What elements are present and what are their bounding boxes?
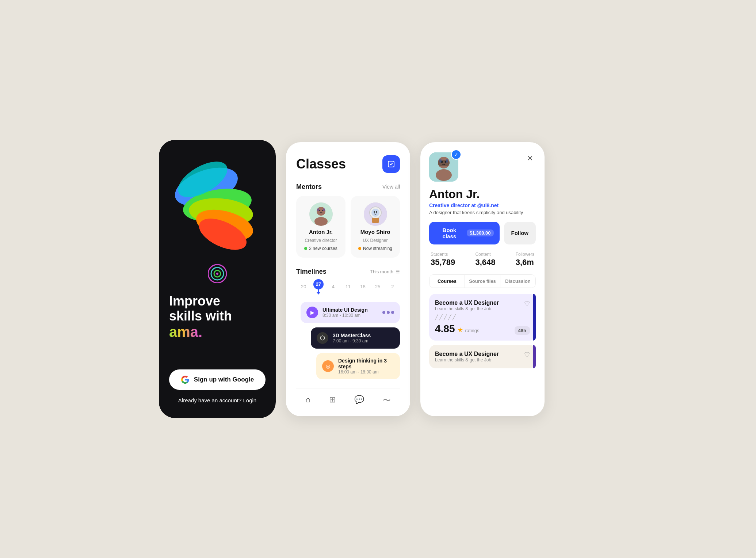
event-3-time: 16:00 am - 18:00 am	[338, 369, 394, 375]
mentor-avatar-1	[309, 202, 333, 226]
timeline-event-2[interactable]: ⬡ 3D MasterClass 7:00 am - 9:30 am	[311, 327, 400, 349]
course-1-header: Become a UX Designer Learn the skills & …	[435, 300, 530, 311]
nav-calendar[interactable]: ⊞	[329, 395, 336, 406]
phone-onboarding: Improve skills with ama. Sign up with Go…	[159, 140, 276, 418]
mentor-card-2[interactable]: Moyo Shiro UX Designer Now streaming	[351, 196, 400, 258]
timeline-event-1[interactable]: ▶ Ultimate UI Design 8:30 am - 10:30 am	[301, 302, 400, 323]
book-price: $1,300.00	[467, 229, 494, 236]
timeline-event-3[interactable]: ◎ Design thinking in 3 steps 16:00 am - …	[316, 353, 400, 379]
date-11: 11	[341, 284, 356, 289]
stat-followers-value: 3,6m	[516, 258, 534, 267]
event-1-dots	[382, 311, 394, 314]
nav-chat[interactable]: 💬	[354, 395, 364, 406]
date-27-active[interactable]: 27	[311, 279, 326, 295]
follow-button[interactable]: Follow	[504, 222, 536, 244]
status-dot-green	[304, 247, 307, 250]
profile-description: A designer that keens simplicity and usa…	[429, 210, 536, 215]
course-1-sub: Learn the skills & get the Job	[435, 306, 499, 311]
date-20: 20	[296, 284, 311, 289]
event-2-time: 7:00 am - 9:30 am	[333, 338, 394, 343]
profile-name: Anton Jr.	[429, 187, 536, 201]
mentor-2-name: Moyo Shiro	[360, 229, 390, 235]
date-25: 25	[370, 284, 385, 289]
mentors-section-header: Mentors View all	[296, 183, 400, 191]
event-1-name: Ultimate UI Design	[322, 307, 378, 313]
stat-content-value: 3,648	[475, 258, 495, 267]
star-icon: ★	[457, 326, 463, 334]
course-1-text: Become a UX Designer Learn the skills & …	[435, 300, 499, 311]
mentor-2-role: UX Designer	[363, 238, 387, 243]
role-handle: @ui8.net	[477, 202, 499, 208]
timeline-dates: 20 27 4 11 18 25 2	[296, 279, 400, 297]
stat-followers: Followers 3,6m	[516, 252, 534, 267]
view-all-link[interactable]: View all	[382, 184, 400, 190]
mentor-1-status: 2 new courses	[304, 246, 337, 251]
course-1-rating-row: 4.85 ★ ratings 48h	[435, 323, 530, 335]
event-2-icon: ⬡	[317, 332, 328, 344]
course-card-2[interactable]: Become a UX Designer Learn the skills & …	[429, 345, 536, 368]
course-1-rating: 4.85	[435, 323, 455, 335]
timelines-section: Timelines This month ☰ 20 27 4 11 18 25 …	[296, 268, 400, 381]
mentor-avatar-2	[364, 202, 387, 226]
svg-point-12	[317, 207, 325, 216]
tab-discussion[interactable]: Discussion	[500, 275, 535, 288]
course-2-favorite[interactable]: ♡	[524, 351, 530, 359]
classes-icon-button[interactable]	[382, 155, 400, 173]
classes-header: Classes	[296, 155, 400, 173]
event-1-time: 8:30 am - 10:30 am	[322, 313, 378, 318]
event-1-info: Ultimate UI Design 8:30 am - 10:30 am	[322, 307, 378, 318]
stat-students-value: 35,789	[431, 258, 455, 267]
svg-rect-31	[446, 159, 448, 163]
svg-rect-23	[372, 218, 379, 223]
tagline: Improve skills with ama.	[169, 293, 266, 342]
svg-point-13	[314, 217, 328, 226]
stat-followers-label: Followers	[516, 252, 534, 257]
event-2-name: 3D MasterClass	[333, 333, 394, 338]
bottom-navigation: ⌂ ⊞ 💬 〜	[296, 388, 400, 416]
stat-content-label: Content	[475, 252, 495, 257]
mentor-1-name: Anton Jr.	[309, 229, 333, 235]
book-class-button[interactable]: Book class $1,300.00	[429, 222, 500, 244]
status-dot-orange	[358, 247, 361, 250]
canvas: Improve skills with ama. Sign up with Go…	[159, 140, 597, 418]
verified-badge: ✓	[451, 149, 461, 160]
course-2-accent-bar	[533, 345, 536, 368]
stat-students: Students 35,789	[431, 252, 455, 267]
course-1-favorite[interactable]: ♡	[524, 300, 530, 308]
event-1-icon: ▶	[306, 307, 318, 318]
tagline-text: Improve skills with ama.	[169, 293, 266, 341]
nav-activity[interactable]: 〜	[383, 395, 391, 406]
google-signup-button[interactable]: Sign up with Google	[169, 369, 266, 390]
svg-point-15	[322, 210, 323, 211]
course-2-name: Become a UX Designer	[435, 351, 499, 357]
nav-home[interactable]: ⌂	[305, 395, 310, 406]
phone-classes: Classes Mentors View all	[286, 142, 410, 416]
date-4: 4	[326, 284, 341, 289]
course-card-1[interactable]: Become a UX Designer Learn the skills & …	[429, 294, 536, 341]
event-3-name: Design thinking in 3 steps	[338, 358, 394, 369]
close-button[interactable]: ✕	[524, 152, 536, 164]
svg-rect-17	[323, 208, 325, 211]
course-accent-bar	[533, 294, 536, 341]
swirl-illustration	[170, 157, 265, 253]
svg-point-22	[376, 211, 377, 213]
mentors-row: Anton Jr. Creative director 2 new course…	[296, 196, 400, 258]
course-1-hours: 48h	[515, 326, 530, 335]
course-1-stars: ╱ ╱ ╱ ╱ ╱	[435, 314, 530, 320]
classes-title: Classes	[296, 156, 346, 172]
timelines-header: Timelines This month ☰	[296, 268, 400, 276]
this-month-label: This month ☰	[370, 269, 400, 274]
svg-rect-16	[317, 208, 319, 211]
tab-courses[interactable]: Courses	[429, 275, 465, 288]
mentor-card-1[interactable]: Anton Jr. Creative director 2 new course…	[296, 196, 345, 258]
profile-tabs: Courses Source files Discussion	[429, 274, 536, 288]
date-18: 18	[355, 284, 370, 289]
login-link[interactable]: Already have an account? Login	[178, 397, 256, 403]
mentor-1-role: Creative director	[305, 238, 337, 243]
svg-point-9	[216, 273, 218, 275]
course-1-name: Become a UX Designer	[435, 300, 499, 306]
stat-students-label: Students	[431, 252, 455, 257]
event-3-info: Design thinking in 3 steps 16:00 am - 18…	[338, 358, 394, 375]
tab-source-files[interactable]: Source files	[465, 275, 500, 288]
svg-rect-30	[439, 159, 442, 163]
